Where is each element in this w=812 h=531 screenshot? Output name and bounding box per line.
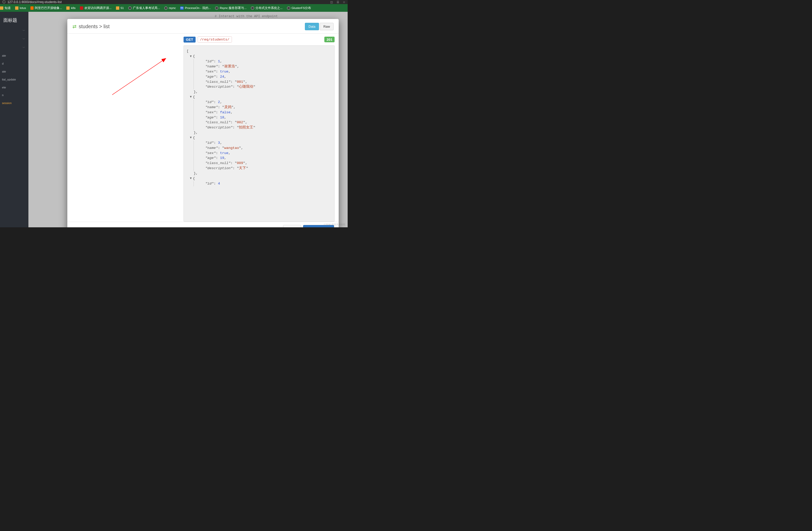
bookmark-label: GlusterFS分布 — [292, 6, 311, 10]
sidebar-item[interactable]: ﹀ — [0, 35, 28, 43]
swap-icon: ⇄ — [72, 24, 76, 29]
globe-icon — [215, 6, 218, 10]
sidebar-item-label: ate — [2, 54, 6, 57]
http-status-badge: 201 — [324, 37, 335, 42]
bookmark-item[interactable]: Rsync 服务部署与... — [215, 6, 247, 10]
chevron-down-icon: ﹀ — [23, 46, 25, 50]
sidebar-item[interactable]: ete — [0, 83, 28, 91]
http-path-badge: /req/students/ — [198, 37, 232, 43]
bookmark-label: 广东省人事考试局... — [133, 6, 160, 10]
modal-breadcrumb: students > list — [78, 24, 110, 29]
modal-left-spacer — [67, 33, 184, 222]
bookmark-label: ProcessOn - 我的... — [185, 6, 211, 10]
tab-data[interactable]: Data — [305, 23, 319, 30]
sidebar-item[interactable]: ate — [0, 68, 28, 75]
sidebar-title: 面标题 — [0, 14, 28, 26]
folder-icon — [116, 6, 119, 10]
folder-icon — [15, 6, 18, 10]
bookmark-label: lotus — [20, 6, 26, 10]
extension-icon-2[interactable]: ☰ — [337, 1, 339, 4]
sidebar-item-label: ete — [2, 86, 6, 89]
bookmark-item[interactable]: 分布式文件系统之... — [251, 6, 282, 10]
browser-action-icons: ◫ ☰ ☆ — [330, 1, 345, 4]
bookmark-item[interactable]: lotus — [15, 6, 26, 10]
folder-icon — [66, 6, 70, 10]
bookmark-item[interactable]: 欢迎访问网易开源... — [80, 6, 112, 10]
sidebar-item-label: session — [2, 101, 12, 104]
bookmarks-bar: 知道lotus阿里巴巴开源镜像...k8s欢迎访问网易开源...51广东省人事考… — [0, 4, 348, 12]
sidebar-item-label: n — [2, 94, 4, 97]
sidebar: 面标题 ﹀﹀﹀atedatetial_updateetensession — [0, 12, 28, 227]
request-modal: ⇄ students > list Data Raw — [67, 19, 338, 227]
request-line: GET /req/students/ 201 — [184, 37, 335, 43]
content-area: # Interact with the API endpoint ... ⇄ s… — [28, 12, 347, 227]
bookmark-item[interactable]: rsync — [164, 6, 176, 10]
bookmark-label: 阿里巴巴开源镜像... — [35, 6, 62, 10]
sidebar-item-label: tial_update — [2, 78, 16, 81]
modal-footer: Close Send Request — [67, 222, 338, 227]
globe-icon — [287, 6, 290, 10]
sidebar-item[interactable]: tial_update — [0, 75, 28, 83]
chevron-down-icon: ﹀ — [23, 38, 25, 41]
bookmark-star-icon[interactable]: ☆ — [343, 1, 345, 4]
folder-icon — [0, 6, 3, 10]
svg-line-0 — [112, 58, 166, 95]
bookmark-label: 51 — [120, 6, 124, 10]
http-method-badge: GET — [184, 37, 195, 43]
bookmark-item[interactable]: 知道 — [0, 6, 11, 10]
sidebar-item[interactable]: d — [0, 60, 28, 68]
globe-icon — [251, 6, 254, 10]
sidebar-item[interactable]: ﹀ — [0, 43, 28, 52]
sidebar-item[interactable]: ate — [0, 52, 28, 60]
sidebar-item[interactable]: ﹀ — [0, 27, 28, 35]
globe-icon — [164, 6, 168, 10]
bookmark-label: Rsync 服务部署与... — [220, 6, 247, 10]
bookmark-item[interactable]: 阿里巴巴开源镜像... — [30, 6, 62, 10]
watermark: CSDN @吴天科技苑 — [324, 223, 345, 226]
extension-icon[interactable]: ◫ — [330, 1, 333, 4]
annotation-arrow — [111, 56, 168, 96]
info-icon: ⓘ — [2, 0, 6, 4]
modal-header: ⇄ students > list Data Raw — [67, 19, 338, 33]
bookmark-item[interactable]: OnProcessOn - 我的... — [180, 6, 211, 10]
on-icon: On — [180, 6, 184, 10]
sidebar-item[interactable]: n — [0, 91, 28, 99]
url-text[interactable]: 127.0.0.1:8000/docs/#req-students-list — [8, 0, 62, 4]
bookmark-label: 知道 — [5, 6, 11, 10]
bookmark-label: 欢迎访问网易开源... — [85, 6, 112, 10]
bookmark-label: 分布式文件系统之... — [256, 6, 282, 10]
json-response-viewer[interactable]: [▼ {id: 1,name: 谢景浩,sex: true,age: 24,cl… — [184, 45, 335, 221]
close-button[interactable]: Close — [283, 225, 301, 227]
sidebar-item-label: d — [2, 62, 4, 65]
bookmark-item[interactable]: k8s — [66, 6, 75, 10]
sidebar-item-label: ate — [2, 70, 6, 73]
globe-icon — [128, 6, 132, 10]
orange-icon — [30, 6, 34, 10]
bookmark-item[interactable]: 广东省人事考试局... — [128, 6, 160, 10]
bookmark-label: k8s — [71, 6, 75, 10]
bookmark-label: rsync — [169, 6, 176, 10]
sidebar-item[interactable]: session — [0, 99, 28, 107]
bookmark-item[interactable]: 51 — [116, 6, 124, 10]
bookmark-item[interactable]: GlusterFS分布 — [287, 6, 311, 10]
red-icon — [80, 6, 83, 10]
browser-address-bar: ⓘ 127.0.0.1:8000/docs/#req-students-list… — [0, 0, 348, 4]
chevron-down-icon: ﹀ — [23, 29, 25, 32]
tab-raw[interactable]: Raw — [320, 23, 333, 30]
